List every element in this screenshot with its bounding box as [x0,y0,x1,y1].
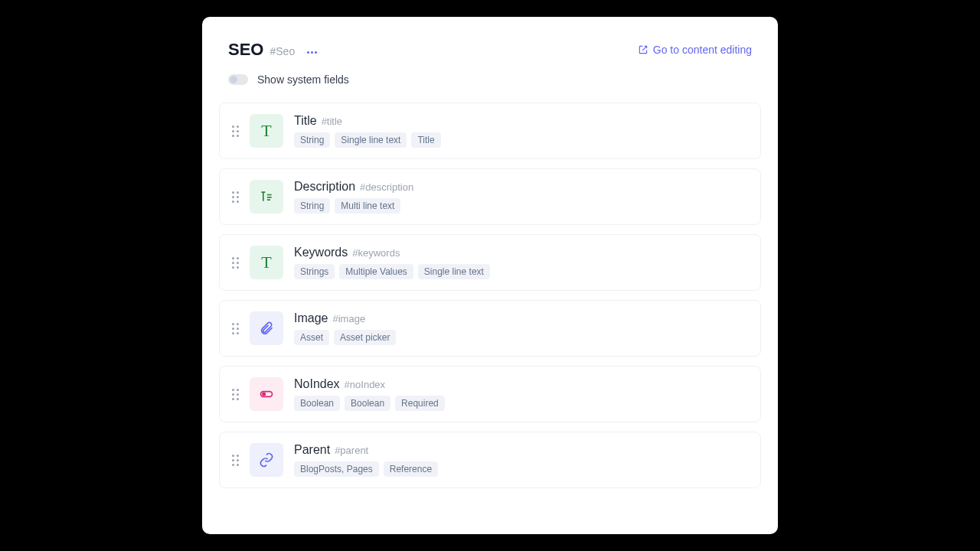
svg-point-4 [263,393,265,395]
field-slug: #keywords [352,247,400,259]
field-slug: #description [360,181,413,193]
drag-handle-icon[interactable] [232,257,239,269]
field-body: NoIndex#noIndexBooleanBooleanRequired [294,377,445,411]
field-card[interactable]: NoIndex#noIndexBooleanBooleanRequired [219,366,761,422]
system-fields-toggle[interactable] [228,74,248,85]
model-slug: #Seo [270,45,295,57]
field-slug: #image [332,313,365,324]
field-tags: StringMulti line text [294,198,413,214]
field-header: NoIndex#noIndex [294,377,445,391]
field-header: Keywords#keywords [294,246,490,259]
go-to-content-link[interactable]: Go to content editing [638,44,752,56]
field-tag: Required [395,396,445,411]
field-body: Parent#parentBlogPosts, PagesReference [294,443,438,477]
drag-handle-icon[interactable] [232,389,239,400]
model-title: SEO [228,40,263,60]
field-slug: #parent [335,445,368,456]
drag-handle-icon[interactable] [232,455,239,466]
multiline-icon [250,180,283,214]
field-card[interactable]: Parent#parentBlogPosts, PagesReference [219,432,761,488]
field-header: Image#image [294,311,396,325]
system-fields-toggle-label: Show system fields [257,73,349,86]
field-slug: #title [322,116,342,127]
field-tag: Title [411,132,440,148]
drag-handle-icon[interactable] [232,323,239,334]
field-name: Parent [294,443,330,457]
field-tag: Single line text [335,132,407,148]
field-name: Description [294,180,355,194]
toggle-knob [230,76,237,83]
text-icon: T [250,246,283,279]
field-slug: #noIndex [345,379,386,390]
field-name: Image [294,311,328,325]
external-link-icon [638,44,648,55]
field-tag: Strings [294,264,335,279]
field-name: Keywords [294,246,348,259]
system-fields-toggle-row: Show system fields [219,73,761,86]
attachment-icon [250,311,283,345]
field-header: Description#description [294,180,413,194]
field-card[interactable]: Description#descriptionStringMulti line … [219,168,761,225]
field-tag: BlogPosts, Pages [294,461,379,477]
field-card[interactable]: TKeywords#keywordsStringsMultiple Values… [219,234,761,291]
link-icon [250,443,283,477]
field-tags: StringSingle line textTitle [294,132,441,148]
drag-handle-icon[interactable] [232,191,239,203]
field-tag: String [294,198,330,214]
field-tag: Reference [384,461,438,477]
field-tags: AssetAsset picker [294,330,396,345]
header-title-group: SEO #Seo [228,40,317,60]
field-tags: BlogPosts, PagesReference [294,461,438,477]
field-card[interactable]: Image#imageAssetAsset picker [219,300,761,357]
field-name: NoIndex [294,377,340,391]
schema-panel: SEO #Seo Go to content editing Show syst… [202,17,778,534]
field-tag: Boolean [294,396,340,411]
field-tag: Multiple Values [339,264,413,279]
field-header: Title#title [294,114,441,128]
field-header: Parent#parent [294,443,438,457]
field-body: Keywords#keywordsStringsMultiple ValuesS… [294,246,490,279]
field-tag: Single line text [418,264,490,279]
field-card[interactable]: TTitle#titleStringSingle line textTitle [219,103,761,159]
field-tag: Boolean [345,396,390,411]
fields-list: TTitle#titleStringSingle line textTitleD… [219,103,761,488]
go-to-content-label: Go to content editing [653,44,752,56]
panel-header: SEO #Seo Go to content editing [219,40,761,60]
field-tag: Asset picker [334,330,396,345]
field-tag: Multi line text [335,198,400,214]
toggle-icon [250,377,283,411]
field-tags: BooleanBooleanRequired [294,396,445,411]
field-tags: StringsMultiple ValuesSingle line text [294,264,490,279]
field-body: Description#descriptionStringMulti line … [294,180,413,214]
field-tag: Asset [294,330,329,345]
field-body: Image#imageAssetAsset picker [294,311,396,345]
more-menu-button[interactable] [307,51,317,54]
field-name: Title [294,114,317,128]
drag-handle-icon[interactable] [232,126,239,137]
text-icon: T [250,114,283,148]
field-tag: String [294,132,330,148]
field-body: Title#titleStringSingle line textTitle [294,114,441,148]
